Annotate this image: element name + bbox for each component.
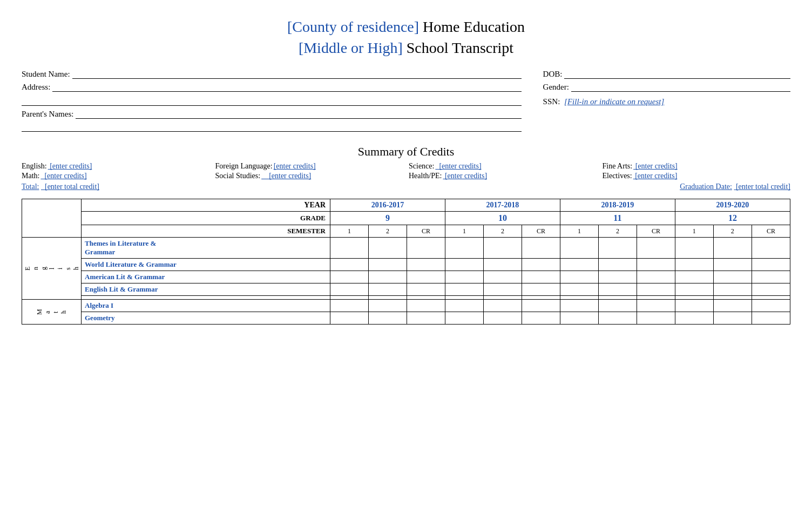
grade-row: GRADE 9 10 11 12 <box>22 212 790 225</box>
course-american-lit: American Lit & Grammar <box>82 271 330 283</box>
total-left: Total: [enter total credit] <box>22 183 99 191</box>
themes-9-2 <box>369 238 407 259</box>
grad-label: Graduation Date: <box>680 183 732 191</box>
geometry-12-2 <box>713 312 752 325</box>
credit-finearts-label: Fine Arts: <box>603 162 633 171</box>
gender-line <box>571 82 790 92</box>
credit-social-value: [enter credits] <box>261 172 311 180</box>
worldlit-12-1 <box>675 259 713 271</box>
worldlit-11-1 <box>560 259 598 271</box>
credit-science-label: Science: <box>409 162 434 171</box>
sem-11-1: 1 <box>560 225 598 238</box>
themes-11-cr <box>637 238 675 259</box>
geometry-9-cr <box>407 312 445 325</box>
algebra-9-cr <box>407 300 445 312</box>
course-geometry: Geometry <box>82 312 330 325</box>
englishlit-9-1 <box>330 283 369 296</box>
englishlit-10-1 <box>445 283 483 296</box>
course-themes: Themes in Literature &Grammar <box>82 238 330 259</box>
geometry-9-1 <box>330 312 369 325</box>
sem-11-2: 2 <box>598 225 637 238</box>
americanlit-11-cr <box>637 271 675 283</box>
address-extra-block <box>22 96 522 106</box>
credit-health-label: Health/PE: <box>409 172 442 180</box>
credit-english-label: English: <box>22 162 47 171</box>
info-section: Student Name: Address: Parent's Names: D… <box>22 69 790 135</box>
parents-row: Parent's Names: <box>22 109 522 119</box>
title-line1: [County of residence] Home Education <box>22 16 790 37</box>
blank-10-cr <box>522 296 560 300</box>
algebra-11-1 <box>560 300 598 312</box>
english-section-label: English <box>22 238 82 300</box>
title-line2: [Middle or High] School Transcript <box>22 37 790 58</box>
title-section: [County of residence] Home Education [Mi… <box>22 16 790 58</box>
sem-12-1: 1 <box>675 225 713 238</box>
gender-label: Gender: <box>543 83 569 92</box>
credit-health: Health/PE: [enter credits] <box>409 172 597 180</box>
english-row-2: World Literature & Grammar <box>22 259 790 271</box>
blank-9-cr <box>407 296 445 300</box>
englishlit-12-1 <box>675 283 713 296</box>
algebra-11-cr <box>637 300 675 312</box>
worldlit-11-cr <box>637 259 675 271</box>
credit-math: Math: [enter credits] <box>22 172 210 180</box>
county-placeholder: [County of residence] <box>287 18 419 35</box>
credit-social-label: Social Studies: <box>215 172 261 180</box>
info-right: DOB: Gender: SSN: [Fill-in or indicate o… <box>522 69 790 135</box>
credit-foreign-label: Foreign Language: <box>215 162 273 171</box>
school-transcript-text: School Transcript <box>403 39 513 56</box>
credit-electives-value: [enter credits] <box>633 172 678 180</box>
geometry-10-cr <box>522 312 560 325</box>
ssn-row: SSN: [Fill-in or indicate on request] <box>543 97 790 106</box>
grade-9: 9 <box>330 212 445 225</box>
blank-9-1 <box>330 296 369 300</box>
credit-math-value: [enter credits] <box>40 172 86 180</box>
credit-english: English: [enter credits] <box>22 162 210 171</box>
address-label: Address: <box>22 83 50 92</box>
englishlit-11-1 <box>560 283 598 296</box>
info-left: Student Name: Address: Parent's Names: <box>22 69 522 135</box>
parents-extra-line <box>22 122 522 132</box>
worldlit-12-cr <box>752 259 790 271</box>
credit-electives: Electives: [enter credits] <box>603 172 791 180</box>
themes-11-2 <box>598 238 637 259</box>
sem-9-2: 2 <box>369 225 407 238</box>
algebra-9-1 <box>330 300 369 312</box>
blank-10-2 <box>483 296 522 300</box>
transcript-table: YEAR 2016-2017 2017-2018 2018-2019 2019-… <box>22 199 790 325</box>
themes-10-1 <box>445 238 483 259</box>
dob-row: DOB: <box>543 69 790 79</box>
math-section-label: Math <box>22 300 82 325</box>
parents-label: Parent's Names: <box>22 110 73 119</box>
englishlit-10-2 <box>483 283 522 296</box>
themes-9-1 <box>330 238 369 259</box>
math-row-2: Geometry <box>22 312 790 325</box>
algebra-10-2 <box>483 300 522 312</box>
year-row: YEAR 2016-2017 2017-2018 2018-2019 2019-… <box>22 199 790 212</box>
grade-10: 10 <box>445 212 560 225</box>
worldlit-12-2 <box>713 259 752 271</box>
americanlit-10-2 <box>483 271 522 283</box>
englishlit-10-cr <box>522 283 560 296</box>
worldlit-10-1 <box>445 259 483 271</box>
englishlit-11-2 <box>598 283 637 296</box>
grade-11: 11 <box>560 212 675 225</box>
worldlit-11-2 <box>598 259 637 271</box>
address-line <box>52 82 521 92</box>
grade-12: 12 <box>675 212 790 225</box>
student-name-line <box>72 69 522 79</box>
worldlit-10-cr <box>522 259 560 271</box>
course-world-lit: World Literature & Grammar <box>82 259 330 271</box>
year-2019-2020: 2019-2020 <box>675 199 790 212</box>
americanlit-12-1 <box>675 271 713 283</box>
sem-10-2: 2 <box>483 225 522 238</box>
americanlit-11-1 <box>560 271 598 283</box>
address-row: Address: <box>22 82 522 92</box>
section-col-empty3 <box>22 225 82 238</box>
geometry-10-2 <box>483 312 522 325</box>
geometry-12-1 <box>675 312 713 325</box>
total-value: [enter total credit] <box>41 183 99 191</box>
total-label: Total: <box>22 183 39 191</box>
americanlit-12-2 <box>713 271 752 283</box>
americanlit-9-1 <box>330 271 369 283</box>
